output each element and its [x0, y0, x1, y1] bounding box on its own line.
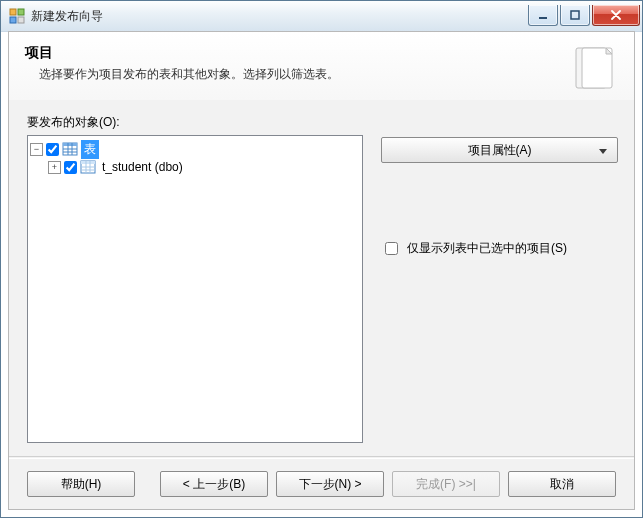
table-icon	[80, 159, 96, 175]
page-subtitle: 选择要作为项目发布的表和其他对象。选择列以筛选表。	[39, 66, 562, 83]
cancel-label: 取消	[550, 476, 574, 493]
svg-rect-0	[10, 9, 16, 15]
wizard-body: 要发布的对象(O): −	[9, 100, 634, 455]
table-group-icon	[62, 141, 78, 157]
tree-checkbox-tables[interactable]	[46, 143, 59, 156]
tree-label-tables[interactable]: 表	[81, 140, 99, 159]
back-button[interactable]: < 上一步(B)	[160, 471, 268, 497]
wizard-window: 新建发布向导 项目 选择要作为项目发布的表和其他对象。选择列以筛选表。	[0, 0, 643, 518]
selected-only-option[interactable]: 仅显示列表中已选中的项目(S)	[381, 239, 616, 258]
svg-rect-5	[571, 11, 579, 19]
objects-label: 要发布的对象(O):	[27, 114, 616, 131]
window-buttons	[528, 5, 640, 26]
svg-rect-2	[10, 17, 16, 23]
client-area: 项目 选择要作为项目发布的表和其他对象。选择列以筛选表。 要发布的对象(O):	[8, 31, 635, 510]
finish-button: 完成(F) >>|	[392, 471, 500, 497]
cancel-button[interactable]: 取消	[508, 471, 616, 497]
finish-label: 完成(F) >>|	[416, 476, 476, 493]
next-button[interactable]: 下一步(N) >	[276, 471, 384, 497]
svg-rect-1	[18, 9, 24, 15]
item-properties-label: 项目属性(A)	[468, 142, 532, 159]
svg-rect-10	[63, 143, 77, 146]
wizard-header: 项目 选择要作为项目发布的表和其他对象。选择列以筛选表。	[9, 32, 634, 100]
tree-label-t-student[interactable]: t_student (dbo)	[99, 159, 186, 175]
svg-rect-4	[539, 17, 547, 19]
minimize-button[interactable]	[528, 5, 558, 26]
tree-checkbox-t-student[interactable]	[64, 161, 77, 174]
page-title: 项目	[25, 44, 562, 62]
selected-only-checkbox[interactable]	[385, 242, 398, 255]
tree-node-t-student[interactable]: +	[48, 158, 360, 176]
svg-rect-3	[18, 17, 24, 23]
header-graphic-icon	[570, 44, 618, 92]
right-column: 项目属性(A) 仅显示列表中已选中的项目(S)	[381, 135, 616, 258]
svg-rect-16	[81, 161, 95, 164]
expand-icon[interactable]: +	[48, 161, 61, 174]
svg-marker-21	[599, 149, 607, 154]
app-icon	[9, 8, 25, 24]
collapse-icon[interactable]: −	[30, 143, 43, 156]
selected-only-label: 仅显示列表中已选中的项目(S)	[407, 240, 567, 257]
chevron-down-icon	[599, 143, 607, 157]
close-button[interactable]	[592, 5, 640, 26]
next-label: 下一步(N) >	[299, 476, 362, 493]
maximize-button[interactable]	[560, 5, 590, 26]
titlebar: 新建发布向导	[1, 1, 642, 32]
help-label: 帮助(H)	[61, 476, 102, 493]
tree-node-tables[interactable]: −	[30, 140, 360, 176]
objects-tree[interactable]: −	[27, 135, 363, 443]
wizard-footer: 帮助(H) < 上一步(B) 下一步(N) > 完成(F) >>| 取消	[9, 459, 634, 509]
item-properties-button[interactable]: 项目属性(A)	[381, 137, 618, 163]
back-label: < 上一步(B)	[183, 476, 245, 493]
help-button[interactable]: 帮助(H)	[27, 471, 135, 497]
window-title: 新建发布向导	[31, 8, 528, 25]
